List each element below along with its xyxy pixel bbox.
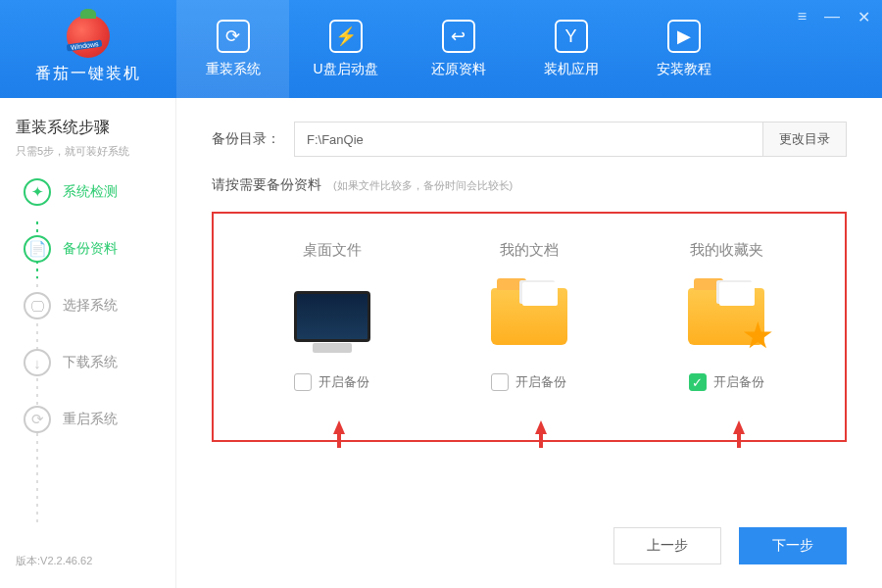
checkbox-checked-icon: ✓ (689, 373, 707, 391)
version-text: 版本:V2.2.46.62 (16, 554, 160, 568)
undo-icon: ↩ (442, 20, 475, 53)
pulse-icon: ✦ (24, 178, 51, 206)
checkbox-icon (491, 373, 509, 391)
logo-area: Windows 番茄一键装机 (0, 15, 176, 84)
checkbox-label: 开启备份 (713, 373, 764, 391)
monitor-icon: 🖵 (24, 292, 51, 319)
document-icon: 📄 (24, 235, 51, 263)
tab-restore[interactable]: ↩ 还原资料 (402, 0, 514, 98)
backup-dir-row: 备份目录： 更改目录 (212, 122, 847, 157)
backup-checkbox-favorites[interactable]: ✓ 开启备份 (689, 373, 764, 391)
sidebar-subtitle: 只需5步，就可装好系统 (16, 144, 160, 159)
annotation-arrow-icon (535, 420, 547, 434)
change-dir-button[interactable]: 更改目录 (763, 122, 847, 157)
step-label: 重启系统 (63, 411, 118, 428)
logo-banner: Windows (67, 39, 103, 51)
step-label: 系统检测 (63, 183, 118, 201)
play-icon: ▶ (667, 20, 701, 53)
step-select-system[interactable]: 🖵 选择系统 (24, 292, 160, 319)
content: 备份目录： 更改目录 请按需要备份资料 (如果文件比较多，备份时间会比较长) 桌… (176, 98, 882, 588)
annotation-arrow-icon (733, 420, 745, 434)
menu-icon[interactable]: ≡ (798, 8, 807, 26)
app-title: 番茄一键装机 (35, 64, 141, 84)
step-backup[interactable]: 📄 备份资料 (24, 235, 160, 263)
backup-dir-input[interactable] (294, 122, 763, 157)
step-system-check[interactable]: ✦ 系统检测 (24, 178, 160, 206)
prev-button[interactable]: 上一步 (613, 527, 721, 564)
backup-item-title: 桌面文件 (303, 241, 362, 260)
step-download[interactable]: ↓ 下载系统 (24, 349, 160, 376)
tab-label: 安装教程 (657, 61, 711, 78)
bolt-icon: ⚡ (329, 20, 363, 53)
tab-label: U盘启动盘 (313, 61, 377, 78)
prompt-note: (如果文件比较多，备份时间会比较长) (333, 179, 513, 191)
titlebar: Windows 番茄一键装机 ⟳ 重装系统 ⚡ U盘启动盘 ↩ 还原资料 Y 装… (0, 0, 882, 98)
close-icon[interactable]: ✕ (858, 8, 870, 26)
backup-options-box: 桌面文件 开启备份 我的文档 开启备份 我的收藏夹 ✓ (212, 212, 847, 442)
backup-item-documents: 我的文档 开启备份 (446, 241, 612, 391)
tab-label: 重装系统 (206, 61, 261, 78)
dir-label: 备份目录： (212, 130, 280, 148)
backup-item-desktop: 桌面文件 开启备份 (249, 241, 416, 391)
sidebar-title: 重装系统步骤 (16, 118, 160, 138)
app-icon: Y (555, 20, 588, 53)
step-reboot[interactable]: ⟳ 重启系统 (24, 406, 160, 433)
checkbox-icon (294, 373, 312, 391)
sidebar: 重装系统步骤 只需5步，就可装好系统 ✦ 系统检测 📄 备份资料 🖵 选择系统 … (0, 98, 176, 588)
footer-buttons: 上一步 下一步 (613, 527, 847, 564)
next-button[interactable]: 下一步 (739, 527, 847, 564)
backup-item-title: 我的收藏夹 (690, 241, 763, 260)
annotation-arrow-icon (333, 420, 345, 434)
tab-reinstall[interactable]: ⟳ 重装系统 (176, 0, 289, 98)
checkbox-label: 开启备份 (515, 373, 566, 391)
main: 重装系统步骤 只需5步，就可装好系统 ✦ 系统检测 📄 备份资料 🖵 选择系统 … (0, 98, 882, 588)
folder-star-icon (682, 277, 770, 356)
backup-item-title: 我的文档 (500, 241, 559, 260)
step-label: 选择系统 (63, 297, 118, 315)
prompt-text: 请按需要备份资料 (212, 176, 321, 192)
refresh-icon: ⟳ (217, 20, 250, 53)
backup-checkbox-documents[interactable]: 开启备份 (491, 373, 566, 391)
backup-item-favorites: 我的收藏夹 ✓ 开启备份 (643, 241, 809, 391)
tab-label: 还原资料 (431, 61, 486, 78)
tab-tutorial[interactable]: ▶ 安装教程 (627, 0, 740, 98)
tomato-logo-icon: Windows (67, 15, 110, 58)
reboot-icon: ⟳ (24, 406, 51, 433)
step-label: 下载系统 (63, 354, 118, 371)
folder-icon (485, 277, 573, 356)
desktop-icon (288, 277, 376, 356)
window-controls: ≡ — ✕ (798, 8, 870, 26)
download-icon: ↓ (24, 349, 51, 376)
step-list: ✦ 系统检测 📄 备份资料 🖵 选择系统 ↓ 下载系统 ⟳ 重启系统 (16, 178, 160, 463)
tab-usb-boot[interactable]: ⚡ U盘启动盘 (289, 0, 402, 98)
backup-checkbox-desktop[interactable]: 开启备份 (294, 373, 369, 391)
backup-prompt: 请按需要备份资料 (如果文件比较多，备份时间会比较长) (212, 176, 847, 194)
tab-label: 装机应用 (544, 61, 599, 78)
tab-apps[interactable]: Y 装机应用 (514, 0, 627, 98)
minimize-icon[interactable]: — (824, 8, 840, 26)
checkbox-label: 开启备份 (318, 373, 369, 391)
step-label: 备份资料 (63, 240, 118, 258)
tab-bar: ⟳ 重装系统 ⚡ U盘启动盘 ↩ 还原资料 Y 装机应用 ▶ 安装教程 (176, 0, 740, 98)
